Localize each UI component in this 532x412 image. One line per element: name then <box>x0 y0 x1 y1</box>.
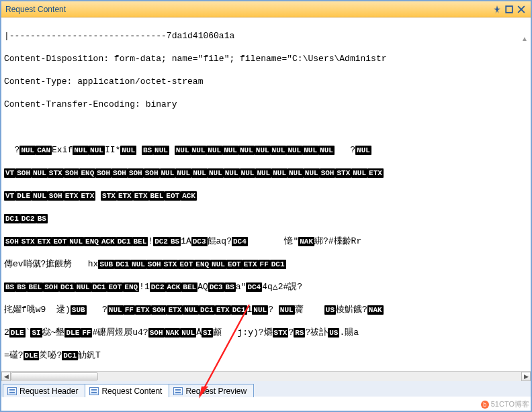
horizontal-scrollbar[interactable]: ◀ ▶ <box>1 371 531 380</box>
content-disposition-line: Content-Disposition: form-data; name="fi… <box>4 53 528 64</box>
svg-rect-0 <box>506 6 513 13</box>
binary-line-9: 2DLE`SI惢~墾DLEFF#礳屑煜屃u4?SOHNAKNULÅSI顱 j:y… <box>4 327 528 338</box>
scroll-right-arrow[interactable]: ▶ <box>521 372 531 381</box>
tab-label: Request Preview <box>185 387 247 396</box>
binary-line-2: VTSOHNULSTXSOHENQSOHSOHSOHSOHNULNULNULNU… <box>4 167 528 178</box>
watermark-badge-icon: b <box>481 401 489 409</box>
content-transfer-encoding-line: Content-Transfer-Encoding: binary <box>4 99 528 110</box>
scrollbar-thumb[interactable] <box>11 372 98 380</box>
tab-label: Request Content <box>101 387 162 396</box>
maximize-icon[interactable] <box>504 5 515 14</box>
titlebar-controls <box>492 5 527 14</box>
watermark: b 51CTO博客 <box>481 399 529 409</box>
titlebar: Request Content <box>1 1 531 17</box>
binary-line-1: ?NULCANExifNULNULII*NUL BSNUL NULNULNULN… <box>4 144 528 156</box>
scroll-up-arrow[interactable]: ▲ <box>520 34 529 43</box>
binary-line-5: SOHSTXETXEOTNULENQACKDC1BEL!DC2BS1ADC3餛a… <box>4 236 528 247</box>
watermark-text: 51CTO博客 <box>491 399 529 409</box>
tab-file-icon <box>173 387 183 395</box>
pin-icon[interactable] <box>492 5 502 14</box>
blank-line-1 <box>4 121 528 133</box>
binary-line-3: VTDLENULSOHETXETX STXETXETXBELEOTACK <box>4 190 528 201</box>
close-icon[interactable] <box>516 5 527 14</box>
window-title: Request Content <box>5 5 492 14</box>
request-content-window: Request Content ▲ |---------------------… <box>0 0 532 412</box>
binary-line-8: 挓嬥f咷w9 逯)SUB ?NULFFETXSOHETXNULDC1ETXDC1… <box>4 304 528 315</box>
binary-line-7: BSBSBELSOHDC1NULDC1EOTENQ!1DC2ACKBELAQDC… <box>4 281 528 293</box>
content-type-line: Content-Type: application/octet-stream <box>4 76 528 87</box>
scroll-left-arrow[interactable]: ◀ <box>1 372 11 381</box>
scrollbar-track[interactable] <box>11 372 521 381</box>
tab-file-icon <box>7 387 17 395</box>
tab-request-preview[interactable]: Request Preview <box>169 384 254 397</box>
binary-line-10: =礚?DLE羑咇?DC1觔釩T <box>4 350 528 361</box>
content-textarea[interactable]: |------------------------------7da1d4106… <box>1 17 531 371</box>
tab-label: Request Header <box>19 387 78 396</box>
binary-line-6: 傳ev哨僦?摭餵剺 hxSUBDC1NULSOHSTXEOTENQNULEOTE… <box>4 258 528 270</box>
content-shell: ▲ |------------------------------7da1d41… <box>1 17 531 380</box>
boundary-line: |------------------------------7da1d4106… <box>4 30 528 42</box>
tab-request-content[interactable]: Request Content <box>85 384 169 397</box>
tabstrip: Request Header Request Content Request P… <box>1 380 531 397</box>
tab-file-icon <box>89 387 99 395</box>
tab-request-header[interactable]: Request Header <box>3 384 85 397</box>
binary-line-4: DC1DC2BS <box>4 213 528 224</box>
